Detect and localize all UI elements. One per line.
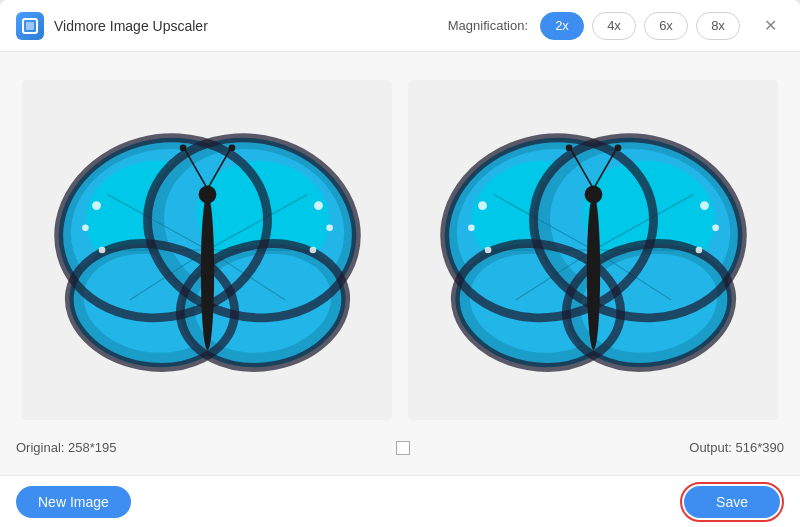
svg-point-54 xyxy=(484,247,491,254)
app-logo xyxy=(16,12,44,40)
images-row xyxy=(16,68,784,432)
save-button-wrapper: Save xyxy=(680,482,784,522)
svg-point-20 xyxy=(92,201,101,210)
output-info: Output: 516*390 xyxy=(689,440,784,455)
original-info: Original: 258*195 xyxy=(16,440,116,455)
save-button[interactable]: Save xyxy=(684,486,780,518)
svg-point-23 xyxy=(314,201,323,210)
svg-point-58 xyxy=(586,195,599,350)
svg-point-30 xyxy=(179,145,186,152)
close-button[interactable]: ✕ xyxy=(756,12,784,40)
svg-point-57 xyxy=(695,247,702,254)
svg-point-22 xyxy=(98,247,105,254)
svg-point-53 xyxy=(468,224,475,231)
mag-btn-2x[interactable]: 2x xyxy=(540,12,584,40)
app-title: Vidmore Image Upscaler xyxy=(54,18,208,34)
magnification-label: Magnification: xyxy=(448,18,528,33)
svg-point-21 xyxy=(82,224,89,231)
mag-btn-4x[interactable]: 4x xyxy=(592,12,636,40)
bottom-bar: New Image Save xyxy=(0,475,800,527)
output-image-panel xyxy=(408,80,778,420)
svg-point-24 xyxy=(326,224,333,231)
main-content: Original: 258*195 Output: 516*390 xyxy=(0,52,800,475)
mag-btn-6x[interactable]: 6x xyxy=(644,12,688,40)
app-window: Vidmore Image Upscaler Magnification: 2x… xyxy=(0,0,800,527)
original-butterfly-svg xyxy=(41,97,374,403)
original-image-panel xyxy=(22,80,392,420)
output-butterfly-svg xyxy=(427,97,760,403)
svg-point-25 xyxy=(309,247,316,254)
title-bar: Vidmore Image Upscaler Magnification: 2x… xyxy=(0,0,800,52)
svg-point-26 xyxy=(200,195,213,350)
magnification-buttons: 2x 4x 6x 8x xyxy=(540,12,740,40)
svg-point-56 xyxy=(712,224,719,231)
svg-point-31 xyxy=(228,145,235,152)
mag-btn-8x[interactable]: 8x xyxy=(696,12,740,40)
new-image-button[interactable]: New Image xyxy=(16,486,131,518)
info-bar: Original: 258*195 Output: 516*390 xyxy=(16,432,784,459)
svg-point-52 xyxy=(478,201,487,210)
svg-point-63 xyxy=(614,145,621,152)
svg-point-55 xyxy=(700,201,709,210)
app-logo-icon xyxy=(22,18,38,34)
compare-checkbox[interactable] xyxy=(396,441,410,455)
svg-point-62 xyxy=(565,145,572,152)
